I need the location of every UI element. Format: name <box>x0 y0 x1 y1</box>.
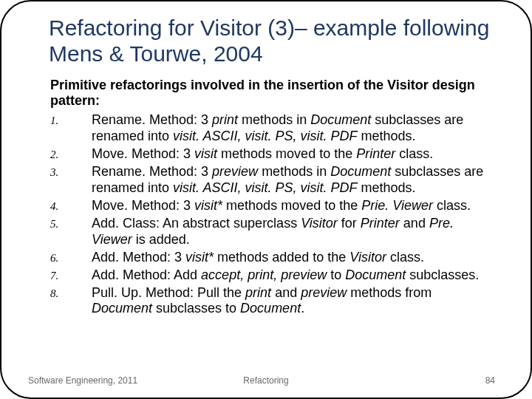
intro-text: Primitive refactorings involved in the i… <box>50 78 507 109</box>
list-item: Add. Class: An abstract superclass Visit… <box>50 216 494 248</box>
list-item: Move. Method: 3 visit* methods moved to … <box>50 198 494 214</box>
list-item: Add. Method: Add accept, print, preview … <box>50 267 494 284</box>
slide-title: Refactoring for Visitor (3)– example fol… <box>49 15 507 67</box>
refactoring-list: Rename. Method: 3 print methods in Docum… <box>50 112 494 317</box>
footer-left: Software Engineering, 2011 <box>28 375 137 386</box>
list-item: Move. Method: 3 visit methods moved to t… <box>50 146 494 163</box>
list-item: Rename. Method: 3 preview methods in Doc… <box>50 164 494 197</box>
list-item: Rename. Method: 3 print methods in Docum… <box>50 112 494 145</box>
slide: Refactoring for Visitor (3)– example fol… <box>0 0 532 399</box>
footer-page: 84 <box>485 375 495 386</box>
footer-center: Refactoring <box>243 375 288 386</box>
list-item: Pull. Up. Method: Pull the print and pre… <box>50 285 494 318</box>
list-item: Add. Method: 3 visit* methods added to t… <box>50 250 494 266</box>
